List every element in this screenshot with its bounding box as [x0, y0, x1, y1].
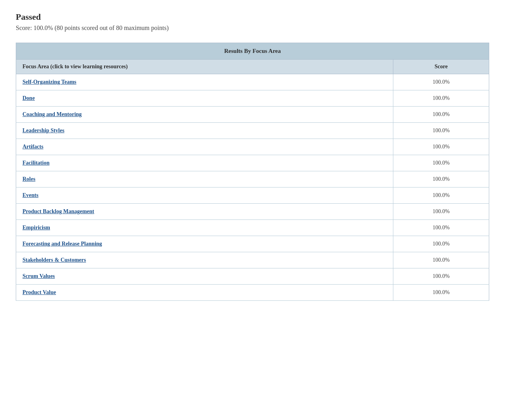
table-row: Coaching and Mentoring100.0% [16, 107, 489, 123]
focus-area-link[interactable]: Roles [22, 176, 36, 182]
score-cell: 100.0% [393, 236, 489, 252]
table-row: Roles100.0% [16, 171, 489, 188]
focus-area-cell: Forecasting and Release Planning [16, 236, 393, 252]
score-cell: 100.0% [393, 171, 489, 188]
section-header-row: Results By Focus Area [16, 43, 489, 60]
score-cell: 100.0% [393, 204, 489, 220]
focus-area-cell: Leadership Styles [16, 123, 393, 139]
focus-area-cell: Done [16, 90, 393, 107]
focus-area-link[interactable]: Forecasting and Release Planning [22, 241, 102, 247]
score-cell: 100.0% [393, 123, 489, 139]
focus-area-cell: Empiricism [16, 220, 393, 236]
focus-area-link[interactable]: Product Value [22, 289, 56, 295]
score-text: Score: 100.0% (80 points scored out of 8… [16, 24, 489, 32]
score-cell: 100.0% [393, 220, 489, 236]
score-cell: 100.0% [393, 107, 489, 123]
table-row: Done100.0% [16, 90, 489, 107]
col-score-header: Score [393, 60, 489, 74]
score-cell: 100.0% [393, 74, 489, 90]
focus-area-link[interactable]: Artifacts [22, 144, 43, 150]
passed-title: Passed [16, 12, 489, 22]
score-cell: 100.0% [393, 188, 489, 204]
table-row: Empiricism100.0% [16, 220, 489, 236]
table-row: Forecasting and Release Planning100.0% [16, 236, 489, 252]
focus-area-link[interactable]: Empiricism [22, 225, 50, 231]
score-cell: 100.0% [393, 252, 489, 268]
table-row: Self-Organizing Teams100.0% [16, 74, 489, 90]
focus-area-link[interactable]: Facilitation [22, 160, 49, 166]
table-row: Artifacts100.0% [16, 139, 489, 155]
focus-area-link[interactable]: Self-Organizing Teams [22, 79, 77, 85]
score-cell: 100.0% [393, 155, 489, 171]
table-row: Product Backlog Management100.0% [16, 204, 489, 220]
focus-area-link[interactable]: Coaching and Mentoring [22, 111, 82, 117]
column-header-row: Focus Area (click to view learning resou… [16, 60, 489, 74]
table-row: Product Value100.0% [16, 285, 489, 301]
table-row: Events100.0% [16, 188, 489, 204]
focus-area-link[interactable]: Events [22, 192, 38, 198]
table-row: Stakeholders & Customers100.0% [16, 252, 489, 268]
score-cell: 100.0% [393, 285, 489, 301]
focus-area-cell: Stakeholders & Customers [16, 252, 393, 268]
score-cell: 100.0% [393, 268, 489, 285]
focus-area-link[interactable]: Stakeholders & Customers [22, 257, 86, 263]
focus-area-link[interactable]: Scrum Values [22, 273, 55, 279]
table-row: Leadership Styles100.0% [16, 123, 489, 139]
focus-area-cell: Coaching and Mentoring [16, 107, 393, 123]
results-table: Results By Focus Area Focus Area (click … [16, 43, 489, 301]
table-row: Scrum Values100.0% [16, 268, 489, 285]
section-header: Results By Focus Area [16, 43, 489, 60]
focus-area-cell: Roles [16, 171, 393, 188]
focus-area-link[interactable]: Leadership Styles [22, 128, 64, 133]
col-focus-area-header: Focus Area (click to view learning resou… [16, 60, 393, 74]
focus-area-link[interactable]: Done [22, 95, 35, 101]
focus-area-link[interactable]: Product Backlog Management [22, 208, 94, 214]
focus-area-cell: Product Value [16, 285, 393, 301]
focus-area-cell: Scrum Values [16, 268, 393, 285]
score-cell: 100.0% [393, 90, 489, 107]
table-row: Facilitation100.0% [16, 155, 489, 171]
focus-area-cell: Product Backlog Management [16, 204, 393, 220]
focus-area-cell: Facilitation [16, 155, 393, 171]
focus-area-cell: Artifacts [16, 139, 393, 155]
focus-area-cell: Self-Organizing Teams [16, 74, 393, 90]
focus-area-cell: Events [16, 188, 393, 204]
score-cell: 100.0% [393, 139, 489, 155]
